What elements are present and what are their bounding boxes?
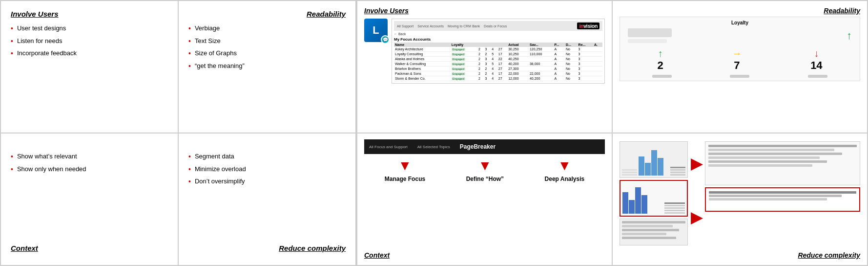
main-container: Involve Users User test designs Listen f…: [0, 0, 868, 266]
bullet-dont-oversimplify: Don’t oversimplify: [188, 177, 346, 187]
bullet-get-meaning: “get the meaning”: [188, 62, 346, 71]
readability-bullets: Verbiage Text Size Size of Graphs “get t…: [188, 24, 346, 71]
right-arrows-container: ▶ ▶: [691, 141, 702, 239]
bullet-listen: Listen for needs: [11, 37, 168, 46]
flow-label-define-how: Define “How”: [466, 176, 504, 183]
loyalty-panel: Loyalty ↑ ↑ 2 → 7: [620, 17, 860, 81]
right-arrow-2: ▶: [691, 209, 702, 226]
right-quadrant-involve-users: Involve Users L 💬 All: [357, 0, 612, 133]
left-panel: Involve Users User test designs Listen f…: [0, 0, 356, 266]
dark-navigation-bar: All Focus and Support All Selected Topic…: [364, 139, 605, 154]
right-quadrant-reduce: ▶ ▶: [612, 133, 868, 266]
right-readability-title: Readability: [620, 7, 860, 15]
bullet-user-test: User test designs: [11, 24, 168, 34]
right-involve-users-title: Involve Users: [364, 7, 605, 15]
quadrant-readability: Readability Verbiage Text Size Size of G…: [178, 0, 356, 133]
readability-title: Readability: [188, 10, 346, 18]
arrow-define-how: ▼: [478, 159, 492, 173]
mockup-table: NameLoyaltyActualSav...P...D...Re...A. A…: [394, 43, 602, 81]
bullet-show-needed: Show only when needed: [11, 165, 168, 175]
mini-chart-top: [620, 141, 688, 178]
mini-chart-bottom: [620, 219, 688, 245]
flow-item-manage-focus: ▼ Manage Focus: [385, 159, 425, 183]
loyalty-blurred-name: [628, 28, 672, 37]
bullet-text-size: Text Size: [188, 37, 346, 46]
right-panel: Involve Users L 💬 All: [356, 0, 868, 266]
right-arrow-1: ▶: [691, 155, 702, 172]
quadrant-reduce-complexity: Segment data Minimize overload Don’t ove…: [178, 133, 356, 266]
context-bullets: Show what’s relevant Show only when need…: [11, 152, 168, 174]
bullet-incorporate: Incorporate feedback: [11, 49, 168, 59]
flow-item-define-how: ▼ Define “How”: [466, 159, 504, 183]
arrow-deep-analysis: ▼: [558, 159, 572, 173]
right-quadrant-readability: Readability Loyalty ↑ ↑ 2 →: [612, 0, 868, 133]
result-chart-container: [705, 141, 860, 212]
flow-label-manage-focus: Manage Focus: [385, 176, 425, 183]
dark-bar-item-1: All Focus and Support: [369, 145, 408, 149]
dark-bar-item-3: PageBreaker: [460, 143, 496, 150]
invision-nav-1: All Support: [397, 24, 413, 28]
right-context-title: Context: [364, 251, 390, 259]
loyalty-title: Loyalty: [623, 20, 857, 25]
involve-users-bullets: User test designs Listen for needs Incor…: [11, 24, 168, 59]
dark-bar-item-2: All Selected Topics: [417, 145, 450, 149]
involve-users-title: Involve Users: [11, 10, 168, 18]
reduce-complexity-title: Reduce complexity: [279, 244, 346, 252]
right-reduce-complexity-title: Reduce complexity: [798, 251, 860, 259]
result-chart-top: [705, 141, 860, 185]
invision-nav-2: Service Accounts: [417, 24, 444, 28]
bullet-minimize: Minimize overload: [188, 165, 346, 175]
bullet-verbiage: Verbiage: [188, 24, 346, 34]
right-quadrant-context: All Focus and Support All Selected Topic…: [357, 133, 612, 266]
result-chart-highlighted: [705, 187, 860, 212]
mini-chart-highlighted: [620, 180, 688, 217]
loyalty-num-2: ↑ 2: [657, 48, 663, 72]
arrow-manage-focus: ▼: [398, 159, 412, 173]
loyalty-numbers: ↑ 2 → 7 ↓ 14: [623, 48, 857, 72]
invision-logo: invision: [577, 22, 599, 29]
reduce-bullets: Segment data Minimize overload Don’t ove…: [188, 152, 346, 187]
quadrant-involve-users: Involve Users User test designs Listen f…: [0, 0, 178, 133]
quadrant-context: Show what’s relevant Show only when need…: [0, 133, 178, 266]
context-title: Context: [11, 244, 38, 252]
flow-item-deep-analysis: ▼ Deep Analysis: [545, 159, 585, 183]
mockup-title: My Focus Accounts: [394, 37, 602, 42]
bullet-show-relevant: Show what’s relevant: [11, 152, 168, 162]
invision-nav-4: Deals or Focus: [484, 24, 507, 28]
flow-arrows-container: ▼ Manage Focus ▼ Define “How” ▼ Deep Ana…: [364, 159, 605, 183]
bullet-size-graphs: Size of Graphs: [188, 49, 346, 59]
bullet-segment: Segment data: [188, 152, 346, 162]
loyalty-num-14: ↓ 14: [810, 48, 822, 72]
flow-label-deep-analysis: Deep Analysis: [545, 176, 585, 183]
loyalty-arrow-up: ↑: [847, 29, 852, 42]
loyalty-num-7: → 7: [732, 48, 742, 72]
lync-icon: L 💬: [364, 19, 388, 42]
invision-nav-3: Moving to CRM Bank: [448, 24, 480, 28]
